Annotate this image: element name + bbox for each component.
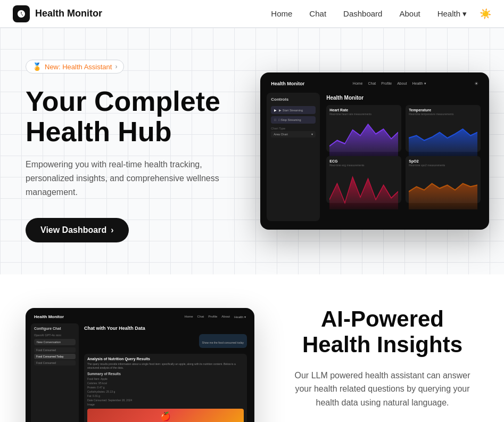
ds-nav: Health Monitor Home Chat Profile About H… bbox=[267, 79, 483, 88]
nav-dropdown-health[interactable]: Health ▾ bbox=[437, 9, 467, 19]
new-feature-badge[interactable]: 🏅 New: Health Assistant › bbox=[26, 60, 124, 74]
cs-new-chat-btn: New Conversation bbox=[34, 339, 76, 345]
apple-image: 🍎 bbox=[87, 409, 244, 422]
cs-brand: Health Monitor bbox=[34, 314, 64, 319]
nav-logo[interactable]: Health Monitor bbox=[13, 5, 102, 22]
cs-history-item-0: Food Consumed bbox=[34, 347, 76, 353]
nav-links-list: Home Chat Dashboard About Health ▾ bbox=[271, 9, 467, 19]
ds-main-title: Health Monitor bbox=[326, 95, 481, 101]
chat-preview: Health Monitor Home Chat Profile About H… bbox=[26, 308, 254, 422]
hero-left-content: 🏅 New: Health Assistant › Your Complete … bbox=[26, 60, 259, 242]
cs-history-item-2: Food Consumed bbox=[34, 360, 76, 366]
ds-body: Controls ▶ ▶ Start Streaming □ □ Stop St… bbox=[267, 93, 483, 221]
cs-body: Configure Chat OpenAI GPT-4o mini New Co… bbox=[31, 323, 249, 422]
nav-logo-icon bbox=[13, 5, 30, 22]
ai-insights-title: AI-Powered Health Insights bbox=[286, 306, 478, 358]
ds-main: Health Monitor Heart Rate Real-time hear… bbox=[324, 93, 483, 221]
ds-controls-title: Controls bbox=[271, 97, 316, 102]
badge-arrow-icon: › bbox=[115, 63, 117, 70]
view-dashboard-button[interactable]: View Dashboard › bbox=[26, 218, 129, 242]
user-message-bubble: Show me the food consumed today bbox=[199, 334, 247, 348]
ds-chart-spo2: SpO2 Real-time spo2 measurements bbox=[406, 156, 481, 203]
nav-link-chat[interactable]: Chat bbox=[309, 9, 326, 18]
user-message-container: Show me the food consumed today bbox=[84, 334, 247, 351]
cs-summary-rows: Food Item: Apple Calories: 95 kcal Prote… bbox=[87, 377, 244, 407]
cs-main: Chat with Your Health Data Show me the f… bbox=[82, 323, 249, 422]
ai-section: Health Monitor Home Chat Profile About H… bbox=[0, 274, 504, 422]
ds-start-btn: ▶ ▶ Start Streaming bbox=[271, 106, 316, 114]
chevron-down-icon: ▾ bbox=[462, 9, 467, 19]
cs-nav-links: Home Chat Profile About Health ▾ bbox=[185, 315, 246, 319]
ds-theme-icon: ☀ bbox=[474, 81, 478, 86]
ds-brand: Health Monitor bbox=[271, 81, 304, 86]
dashboard-preview: Health Monitor Home Chat Profile About H… bbox=[260, 72, 489, 230]
navbar: Health Monitor Home Chat Dashboard About… bbox=[0, 0, 504, 28]
ds-chart-type-label: Chart Type Area Chart ▾ bbox=[271, 127, 316, 137]
ds-chart-temperature: Temperature Real-time temperature measur… bbox=[406, 105, 481, 152]
hero-title: Your Complete Health Hub bbox=[26, 86, 237, 147]
ai-insights-content: AI-Powered Health Insights Our LLM power… bbox=[254, 306, 478, 422]
ds-chart-type-select: Area Chart ▾ bbox=[271, 131, 316, 137]
theme-toggle-button[interactable]: ☀️ bbox=[480, 8, 491, 20]
chat-screenshot-container: Health Monitor Home Chat Profile About H… bbox=[26, 306, 254, 422]
ds-stop-btn: □ □ Stop Streaming bbox=[271, 116, 316, 124]
hero-section: 🏅 New: Health Assistant › Your Complete … bbox=[0, 28, 504, 274]
nav-brand-text: Health Monitor bbox=[35, 8, 102, 19]
hero-subtitle: Empowering you with real-time health tra… bbox=[26, 158, 228, 199]
heart-rate-chart bbox=[329, 118, 398, 158]
svg-rect-1 bbox=[21, 11, 22, 17]
ds-charts-grid: Heart Rate Real-time heart rate measurem… bbox=[326, 105, 481, 203]
cs-history-item-1: Food Consumed Today bbox=[34, 354, 76, 359]
nav-link-about[interactable]: About bbox=[399, 9, 420, 18]
spo2-chart bbox=[409, 169, 477, 209]
ai-insights-subtitle: Our LLM powered health assistant can ans… bbox=[286, 369, 478, 410]
ds-chart-ecg: ECG Real-time ecg measurements bbox=[326, 156, 401, 203]
cs-nav: Health Monitor Home Chat Profile About H… bbox=[31, 313, 249, 320]
ecg-chart bbox=[329, 169, 398, 209]
nav-link-dashboard[interactable]: Dashboard bbox=[343, 9, 382, 18]
ds-sidebar: Controls ▶ ▶ Start Streaming □ □ Stop St… bbox=[267, 93, 320, 221]
nav-link-home[interactable]: Home bbox=[271, 9, 292, 18]
cta-arrow-icon: › bbox=[111, 225, 113, 235]
badge-label: New: Health Assistant bbox=[45, 63, 112, 71]
hero-right-screenshot: Health Monitor Home Chat Profile About H… bbox=[259, 60, 492, 242]
cs-content-card: Analysis of Nutrition Query Results The … bbox=[84, 354, 247, 422]
ds-chart-heart-rate: Heart Rate Real-time heart rate measurem… bbox=[326, 105, 401, 152]
badge-emoji: 🏅 bbox=[32, 62, 42, 71]
temperature-chart bbox=[409, 118, 477, 158]
cs-sidebar: Configure Chat OpenAI GPT-4o mini New Co… bbox=[31, 323, 79, 422]
ds-nav-links: Home Chat Profile About Health ▾ bbox=[353, 82, 426, 86]
